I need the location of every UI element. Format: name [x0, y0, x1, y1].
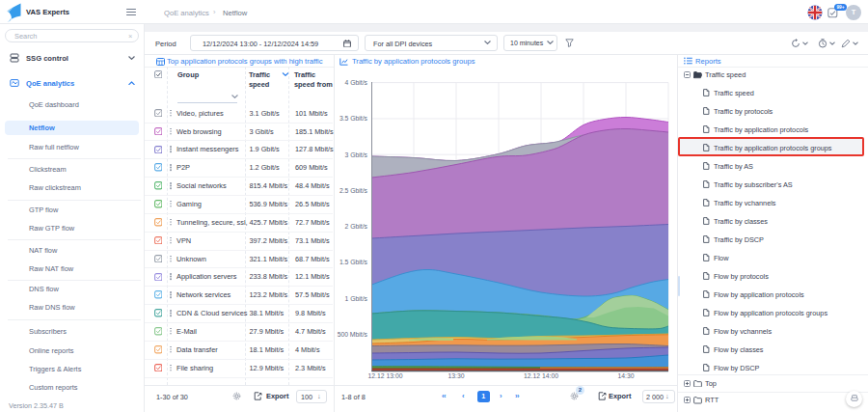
- svg-text:2 Gbit/s: 2 Gbit/s: [345, 223, 368, 230]
- svg-text:12.12 13:00: 12.12 13:00: [368, 372, 403, 379]
- svg-text:13:30: 13:30: [448, 372, 464, 379]
- svg-text:3 Gbit/s: 3 Gbit/s: [345, 151, 368, 158]
- svg-text:1.5 Gbit/s: 1.5 Gbit/s: [339, 259, 368, 265]
- svg-text:1 Gbit/s: 1 Gbit/s: [345, 295, 368, 302]
- svg-text:4 Gbit/s: 4 Gbit/s: [345, 79, 368, 86]
- svg-text:14:30: 14:30: [617, 372, 634, 379]
- svg-text:2.5 Gbit/s: 2.5 Gbit/s: [339, 187, 368, 194]
- svg-text:500 Mbit/s: 500 Mbit/s: [338, 331, 368, 338]
- svg-text:3.5 Gbit/s: 3.5 Gbit/s: [339, 115, 368, 122]
- svg-text:12.12 14:00: 12.12 14:00: [524, 372, 558, 379]
